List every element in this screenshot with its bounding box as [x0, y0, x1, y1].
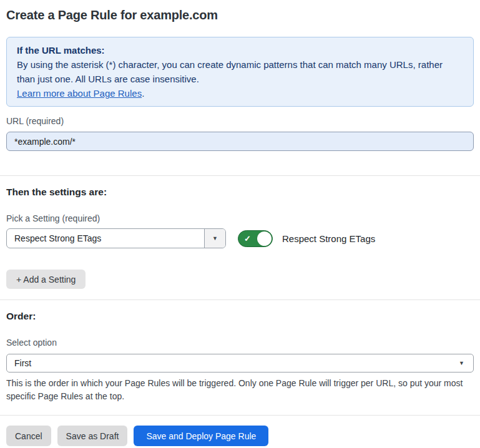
footer-divider: [0, 415, 480, 416]
check-icon: ✓: [244, 235, 251, 243]
setting-row: Respect Strong ETags ▼ ✓ Respect Strong …: [6, 228, 474, 248]
cancel-button[interactable]: Cancel: [6, 426, 51, 446]
create-page-rule-form: Create a Page Rule for example.com If th…: [0, 0, 480, 446]
save-deploy-button[interactable]: Save and Deploy Page Rule: [134, 426, 268, 446]
save-draft-button[interactable]: Save as Draft: [57, 426, 128, 446]
setting-select[interactable]: Respect Strong ETags ▼: [6, 228, 226, 248]
chevron-down-icon: ▼: [212, 236, 218, 241]
add-setting-button[interactable]: + Add a Setting: [6, 270, 86, 289]
page-title: Create a Page Rule for example.com: [6, 7, 474, 23]
order-section-heading: Order:: [6, 310, 474, 322]
pick-setting-label: Pick a Setting (required): [6, 214, 474, 223]
info-box-body: By using the asterisk (*) character, you…: [17, 57, 463, 86]
url-input[interactable]: [6, 132, 474, 151]
url-field-label: URL (required): [6, 117, 474, 126]
setting-toggle-label: Respect Strong ETags: [282, 233, 375, 244]
setting-toggle[interactable]: ✓: [238, 230, 273, 247]
info-link-suffix: .: [142, 88, 144, 99]
setting-select-value: Respect Strong ETags: [7, 233, 204, 243]
learn-more-link[interactable]: Learn more about Page Rules: [17, 88, 142, 99]
order-select-label: Select option: [6, 338, 474, 348]
order-select[interactable]: First ▼: [6, 354, 474, 373]
chevron-down-icon: ▼: [459, 361, 473, 366]
info-box-heading: If the URL matches:: [17, 43, 463, 57]
setting-select-arrow-button[interactable]: ▼: [204, 229, 225, 248]
order-select-value: First: [7, 358, 459, 368]
section-divider: [0, 299, 480, 300]
order-help-text: This is the order in which your Page Rul…: [6, 377, 474, 403]
info-box-link-line: Learn more about Page Rules.: [17, 86, 463, 100]
section-divider: [0, 175, 480, 176]
settings-section-heading: Then the settings are:: [6, 186, 474, 198]
toggle-knob: [257, 231, 272, 246]
footer-actions: Cancel Save as Draft Save and Deploy Pag…: [6, 426, 474, 446]
url-match-info-box: If the URL matches: By using the asteris…: [6, 37, 474, 107]
